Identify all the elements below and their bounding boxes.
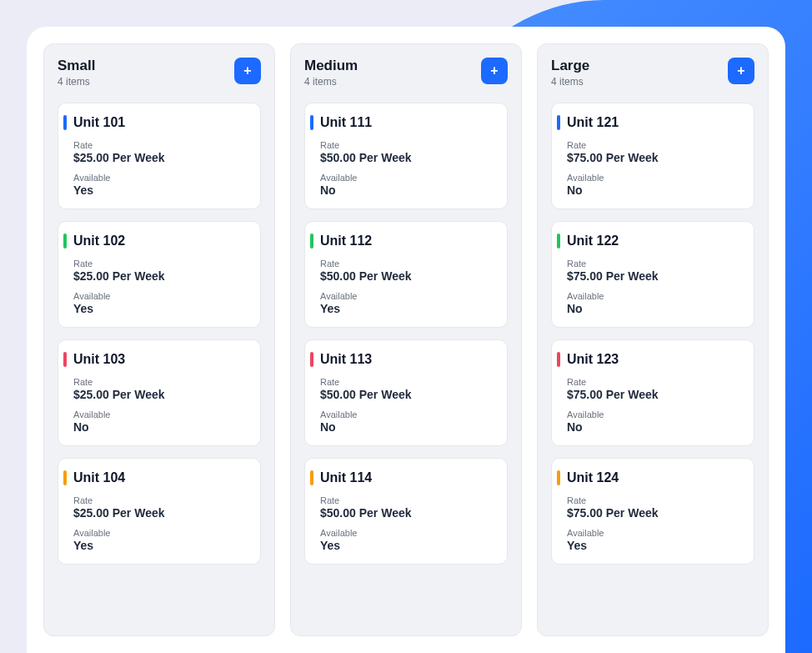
rate-label: Rate xyxy=(73,377,248,387)
available-field: Available No xyxy=(320,409,495,434)
available-field: Available Yes xyxy=(73,173,248,197)
card-title: Unit 123 xyxy=(567,352,742,367)
available-label: Available xyxy=(73,528,248,538)
cards-list: Unit 101 Rate $25.00 Per Week Available … xyxy=(58,103,261,565)
column-heading: Medium 4 items xyxy=(304,58,358,88)
rate-value: $50.00 Per Week xyxy=(320,388,495,401)
rate-field: Rate $75.00 Per Week xyxy=(567,495,742,520)
available-field: Available No xyxy=(567,173,742,197)
card-title: Unit 104 xyxy=(73,470,248,485)
available-label: Available xyxy=(73,409,248,419)
available-value: Yes xyxy=(567,539,742,552)
rate-value: $50.00 Per Week xyxy=(320,506,495,520)
unit-card[interactable]: Unit 111 Rate $50.00 Per Week Available … xyxy=(304,103,508,209)
available-field: Available Yes xyxy=(320,291,495,315)
available-label: Available xyxy=(73,291,248,301)
rate-value: $25.00 Per Week xyxy=(73,151,248,164)
rate-field: Rate $50.00 Per Week xyxy=(320,495,495,520)
available-value: No xyxy=(567,302,742,315)
rate-label: Rate xyxy=(567,495,742,505)
card-title: Unit 102 xyxy=(73,234,248,249)
available-label: Available xyxy=(567,528,742,538)
unit-card[interactable]: Unit 123 Rate $75.00 Per Week Available … xyxy=(551,339,754,446)
card-title: Unit 124 xyxy=(567,470,742,485)
column-header: Large 4 items + xyxy=(551,58,754,88)
unit-card[interactable]: Unit 101 Rate $25.00 Per Week Available … xyxy=(58,103,261,209)
unit-card[interactable]: Unit 104 Rate $25.00 Per Week Available … xyxy=(58,458,261,565)
column-heading: Large 4 items xyxy=(551,58,589,88)
available-field: Available No xyxy=(567,409,742,434)
column-small: Small 4 items + Unit 101 Rate $25.00 Per… xyxy=(43,43,275,636)
card-title: Unit 111 xyxy=(320,115,495,130)
rate-field: Rate $50.00 Per Week xyxy=(320,377,495,401)
unit-card[interactable]: Unit 121 Rate $75.00 Per Week Available … xyxy=(551,103,754,209)
available-value: No xyxy=(320,420,495,434)
rate-field: Rate $25.00 Per Week xyxy=(73,377,248,401)
available-value: No xyxy=(567,420,742,434)
card-accent xyxy=(557,115,560,130)
card-title: Unit 103 xyxy=(73,352,248,367)
available-field: Available Yes xyxy=(320,528,495,552)
rate-value: $75.00 Per Week xyxy=(567,388,742,401)
rate-label: Rate xyxy=(567,377,742,387)
rate-field: Rate $75.00 Per Week xyxy=(567,259,742,283)
card-title: Unit 114 xyxy=(320,470,495,485)
plus-icon: + xyxy=(737,64,744,78)
rate-field: Rate $50.00 Per Week xyxy=(320,140,495,164)
card-accent xyxy=(557,234,560,249)
unit-card[interactable]: Unit 122 Rate $75.00 Per Week Available … xyxy=(551,221,754,328)
available-label: Available xyxy=(320,291,495,301)
cards-list: Unit 121 Rate $75.00 Per Week Available … xyxy=(551,103,754,565)
available-value: No xyxy=(73,420,248,434)
rate-value: $25.00 Per Week xyxy=(73,388,248,401)
plus-icon: + xyxy=(490,64,498,78)
unit-card[interactable]: Unit 103 Rate $25.00 Per Week Available … xyxy=(58,339,261,446)
card-title: Unit 121 xyxy=(567,115,742,130)
rate-field: Rate $25.00 Per Week xyxy=(73,259,248,283)
card-accent xyxy=(63,470,67,485)
available-value: Yes xyxy=(320,539,495,552)
rate-label: Rate xyxy=(73,259,248,269)
rate-field: Rate $75.00 Per Week xyxy=(567,140,742,164)
add-button[interactable]: + xyxy=(728,58,754,84)
rate-label: Rate xyxy=(567,140,742,150)
board-container: Small 4 items + Unit 101 Rate $25.00 Per… xyxy=(27,27,785,653)
rate-label: Rate xyxy=(567,259,742,269)
unit-card[interactable]: Unit 113 Rate $50.00 Per Week Available … xyxy=(304,339,508,446)
available-field: Available Yes xyxy=(73,291,248,315)
plus-icon: + xyxy=(243,64,251,78)
column-heading: Small 4 items xyxy=(58,58,95,88)
available-label: Available xyxy=(320,409,495,419)
add-button[interactable]: + xyxy=(234,58,261,84)
column-subtitle: 4 items xyxy=(58,76,95,88)
available-label: Available xyxy=(73,173,248,183)
available-label: Available xyxy=(567,291,742,301)
unit-card[interactable]: Unit 102 Rate $25.00 Per Week Available … xyxy=(58,221,261,328)
unit-card[interactable]: Unit 124 Rate $75.00 Per Week Available … xyxy=(551,458,754,565)
available-label: Available xyxy=(567,409,742,419)
card-title: Unit 101 xyxy=(73,115,248,130)
card-accent xyxy=(63,115,67,130)
rate-value: $25.00 Per Week xyxy=(73,506,248,520)
rate-field: Rate $25.00 Per Week xyxy=(73,495,248,520)
column-title: Medium xyxy=(304,58,358,74)
rate-label: Rate xyxy=(73,495,248,505)
add-button[interactable]: + xyxy=(481,58,508,84)
rate-field: Rate $75.00 Per Week xyxy=(567,377,742,401)
card-accent xyxy=(63,234,67,249)
column-header: Small 4 items + xyxy=(58,58,261,88)
column-title: Small xyxy=(58,58,95,74)
rate-value: $50.00 Per Week xyxy=(320,269,495,283)
rate-value: $75.00 Per Week xyxy=(567,269,742,283)
column-title: Large xyxy=(551,58,589,74)
available-value: Yes xyxy=(73,539,248,552)
available-label: Available xyxy=(567,173,742,183)
unit-card[interactable]: Unit 112 Rate $50.00 Per Week Available … xyxy=(304,221,508,328)
card-title: Unit 112 xyxy=(320,234,495,249)
available-label: Available xyxy=(320,173,495,183)
column-header: Medium 4 items + xyxy=(304,58,508,88)
unit-card[interactable]: Unit 114 Rate $50.00 Per Week Available … xyxy=(304,458,508,565)
available-value: No xyxy=(320,183,495,197)
card-accent xyxy=(310,115,313,130)
available-value: Yes xyxy=(73,183,248,197)
